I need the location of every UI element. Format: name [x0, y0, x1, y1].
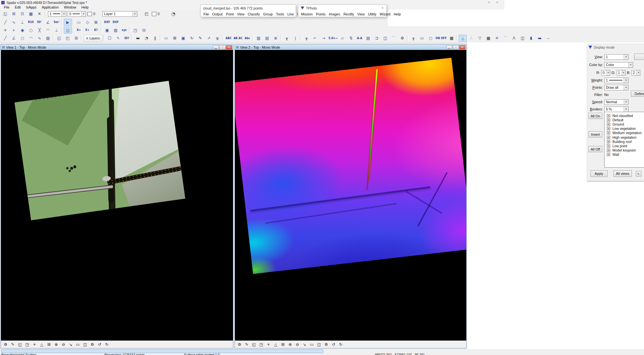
weight-select[interactable]: 1 ▼ — [604, 78, 629, 83]
measure-ruler-icon[interactable]: ▬ — [134, 35, 142, 42]
render-mode-icon[interactable]: ◫ — [316, 342, 322, 348]
class-row[interactable]: ✕ Low point — [605, 144, 644, 148]
menu-item[interactable]: View — [356, 12, 366, 16]
combo-arrow-icon[interactable]: ▼ — [132, 12, 137, 16]
close-button[interactable]: ✕ — [226, 45, 232, 49]
menu-item[interactable]: Points — [314, 12, 327, 16]
snap-origin-icon[interactable]: + — [1, 27, 9, 34]
measure-caliper-icon[interactable]: ∥ — [151, 35, 159, 42]
menu-item[interactable]: Line — [286, 12, 295, 16]
r-select[interactable]: 0 ▼ — [601, 70, 610, 76]
apply-button[interactable]: Apply — [590, 170, 608, 177]
menu-item[interactable]: Wizard — [378, 12, 392, 16]
view-select[interactable]: 1 ▼ — [604, 54, 629, 60]
class-checkbox[interactable]: ✕ — [607, 144, 610, 148]
toggle-on-off-icon[interactable]: ON OFF — [435, 35, 447, 42]
place-text-icon[interactable]: ABC — [225, 35, 233, 42]
place-fence-icon[interactable]: ▭ — [75, 19, 83, 26]
xy-keyin-icon[interactable]: X+ — [83, 27, 91, 34]
terrascan-titlebar[interactable]: cloud_merged.las - 105 469 772 points — [201, 5, 296, 11]
draw-parallelogram-icon[interactable]: ▱ — [338, 35, 346, 42]
place-circle-icon[interactable]: ○ — [18, 35, 26, 42]
class-checkbox[interactable]: ✕ — [607, 127, 610, 130]
fit-button[interactable]: F — [634, 54, 644, 60]
minimize-button[interactable]: ▁ — [213, 45, 219, 49]
display-mode-header[interactable]: Display mode — [587, 44, 644, 51]
palette-icon[interactable]: ◔ — [170, 11, 177, 17]
keyin-browser-icon[interactable]: K? — [92, 27, 100, 34]
draw-rectangle-icon[interactable]: ▭ — [418, 35, 426, 42]
section-a-a-icon[interactable]: A–A — [356, 35, 363, 42]
select-element-icon[interactable]: ↖ — [114, 35, 122, 42]
redo-icon[interactable]: ↻ — [104, 342, 110, 348]
update-view-icon[interactable]: ◳ — [24, 342, 31, 348]
render-mode-icon[interactable]: ◫ — [82, 342, 88, 348]
close-button[interactable]: ✕ — [459, 45, 465, 49]
elevation-colorbar-icon[interactable]: ▤ — [364, 35, 372, 42]
undo-icon[interactable]: ↺ — [96, 342, 103, 348]
measure-area-icon[interactable]: 5m² — [53, 19, 60, 26]
fit-view-icon[interactable]: △ — [38, 342, 45, 348]
menu-item[interactable]: IxApps — [23, 5, 39, 9]
redo-icon[interactable]: ↻ — [337, 342, 344, 348]
combo-arrow-icon[interactable]: ▼ — [624, 55, 628, 59]
dxf-import-icon[interactable]: DXF — [112, 19, 120, 26]
vegetation-tree-icon[interactable]: ✳ — [493, 35, 501, 42]
all-views-button[interactable]: All views — [613, 170, 632, 177]
reference-divider-icon[interactable]: ∣ — [291, 35, 299, 42]
menu-item[interactable]: Output — [211, 12, 224, 16]
section-window-icon[interactable]: ◫ — [518, 35, 526, 42]
combo-arrow-icon[interactable]: ▼ — [624, 107, 628, 112]
zoom-in-icon[interactable]: ⊕ — [287, 342, 293, 348]
fill-bucket-icon[interactable]: ◰ — [143, 11, 150, 17]
all-on-button[interactable]: All On — [588, 113, 602, 119]
classify-points-icon[interactable]: ∴ — [467, 35, 475, 42]
minimize-button[interactable]: ▁ — [446, 45, 452, 49]
fence-delete-icon[interactable]: ⊠ — [171, 35, 179, 42]
run-playback-button[interactable]: ▶ — [64, 19, 72, 26]
measure-radius-icon[interactable]: R10 — [27, 19, 35, 26]
open-design-file-icon[interactable]: ◱ — [1, 11, 9, 17]
save-settings-icon[interactable]: ⊞ — [10, 11, 18, 17]
view1-canvas[interactable] — [1, 50, 233, 341]
zoom-out-icon[interactable]: ⊖ — [294, 342, 301, 348]
view1-titlebar[interactable]: ⊞ View 1 - Top - Mono Mode ▁ □ ✕ — [1, 45, 233, 50]
accudraw-window-icon[interactable]: ◲ — [64, 27, 72, 34]
menu-item[interactable]: Help — [392, 12, 402, 16]
stamp-tool-icon[interactable]: ▮ — [527, 35, 535, 42]
menu-item[interactable]: File — [1, 5, 12, 9]
speed-select[interactable]: Normal ▼ — [604, 99, 629, 105]
menu-item[interactable]: Group — [262, 12, 274, 16]
powerline-catenary-icon[interactable]: ⌒ — [501, 35, 509, 42]
class-row[interactable]: ✕ Medium vegetation — [605, 131, 644, 135]
class-checkbox[interactable]: ✕ — [607, 136, 610, 139]
classify-fence-icon[interactable]: △ — [459, 35, 467, 42]
toolbar-overflow-chevrons-icon[interactable]: « « — [488, 0, 501, 4]
menu-item[interactable]: Window — [61, 5, 79, 9]
copy-view-icon[interactable]: ◱ — [17, 342, 23, 348]
corner-tool-icon[interactable]: ⌐ — [311, 35, 319, 42]
fit-view-icon[interactable]: △ — [272, 342, 279, 348]
class-row[interactable]: ✕ Ground — [605, 122, 644, 126]
tphoto-titlebar[interactable]: TPhoto × — [298, 5, 386, 11]
draw-ellipse-icon[interactable]: ○ — [426, 35, 434, 42]
identify-point-icon[interactable]: ID? — [123, 35, 131, 42]
calendar-add-icon[interactable]: ▦ — [484, 35, 492, 42]
color-by-select[interactable]: Color ▼ — [604, 62, 633, 68]
model-tree-icon[interactable]: ╥ — [409, 35, 417, 42]
class-checkbox[interactable]: ✕ — [607, 149, 610, 152]
zoom-in-icon[interactable]: ⊕ — [53, 342, 59, 348]
menu-item[interactable]: Edit — [12, 5, 23, 9]
open-block-icon[interactable]: ◱ — [55, 35, 63, 42]
xyz-coordinates-icon[interactable]: xyz — [120, 27, 128, 34]
zoom-window-icon[interactable]: ⊞ — [46, 342, 52, 348]
map-view-icon[interactable]: ▧ — [255, 35, 263, 42]
layers-button[interactable]: ≡ Layers — [83, 35, 103, 42]
snap-midpoint-icon[interactable]: ◉ — [18, 27, 26, 34]
close-icon[interactable]: × — [381, 6, 384, 10]
model-structure-icon[interactable]: ╥ — [283, 35, 291, 42]
class-row[interactable]: ✕ Not classified — [605, 113, 644, 118]
photo-view-icon[interactable]: ▤ — [263, 35, 271, 42]
curve-tangent-icon[interactable]: ⌒ — [390, 35, 398, 42]
combo-arrow-icon[interactable]: ▼ — [624, 85, 628, 90]
